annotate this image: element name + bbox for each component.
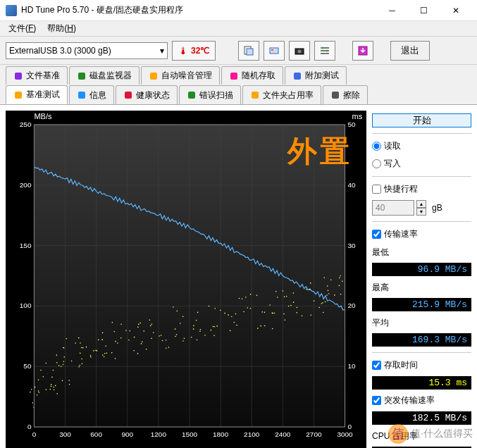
- watermark-text: 值·什么值得买: [411, 428, 473, 440]
- svg-point-196: [247, 307, 248, 309]
- tab-信息[interactable]: 信息: [69, 85, 114, 104]
- svg-point-68: [31, 389, 32, 390]
- tabs-row-1: 文件基准磁盘监视器自动噪音管理随机存取附加测试: [0, 65, 477, 85]
- svg-rect-17: [15, 92, 22, 99]
- svg-text:900: 900: [121, 430, 133, 438]
- svg-point-203: [256, 295, 258, 297]
- svg-point-81: [56, 393, 58, 394]
- menu-file[interactable]: 文件(F): [3, 21, 42, 36]
- tab-磁盘监视器[interactable]: 磁盘监视器: [69, 66, 140, 85]
- svg-point-115: [86, 347, 87, 348]
- svg-point-90: [54, 390, 55, 391]
- save-button[interactable]: [352, 41, 373, 61]
- tab-健康状态[interactable]: 健康状态: [116, 85, 178, 104]
- svg-point-170: [196, 320, 197, 321]
- svg-point-233: [326, 294, 328, 296]
- svg-point-241: [340, 275, 341, 277]
- svg-point-123: [98, 340, 99, 341]
- drive-selector[interactable]: ExternalUSB 3.0 (3000 gB) ▾: [6, 42, 168, 59]
- svg-text:1800: 1800: [213, 430, 229, 438]
- svg-point-165: [173, 306, 174, 308]
- svg-point-135: [129, 330, 130, 332]
- svg-point-114: [93, 350, 94, 351]
- svg-text:MB/s: MB/s: [34, 112, 52, 120]
- svg-point-113: [80, 342, 81, 344]
- tab-文件基准[interactable]: 文件基准: [6, 66, 68, 85]
- maximize-button[interactable]: ☐: [408, 0, 440, 21]
- copy-info-button[interactable]: [238, 41, 259, 61]
- svg-point-179: [214, 308, 216, 309]
- access-time-check[interactable]: 存取时间: [372, 359, 471, 372]
- svg-text:30: 30: [348, 242, 357, 249]
- tab-label: 文件夹占用率: [263, 89, 314, 101]
- tab-label: 文件基准: [26, 70, 60, 82]
- svg-point-164: [176, 311, 178, 312]
- svg-rect-13: [78, 73, 85, 80]
- svg-point-147: [142, 342, 143, 343]
- svg-point-191: [243, 311, 244, 313]
- svg-point-89: [46, 363, 47, 364]
- spin-up[interactable]: ▲: [416, 200, 426, 208]
- svg-point-70: [32, 402, 34, 404]
- short-stroke-check[interactable]: 快捷行程: [372, 182, 471, 196]
- svg-point-176: [214, 326, 216, 328]
- extra-icon: [292, 71, 302, 81]
- stroke-value[interactable]: 40: [372, 200, 414, 216]
- svg-point-88: [61, 366, 62, 367]
- svg-point-162: [176, 334, 178, 335]
- tab-擦除[interactable]: 擦除: [323, 85, 368, 104]
- svg-point-198: [245, 297, 247, 298]
- svg-point-118: [104, 356, 105, 358]
- tabs-row-2: 基准测试信息健康状态错误扫描文件夹占用率擦除: [0, 84, 477, 104]
- exit-button[interactable]: 退出: [390, 41, 430, 61]
- svg-point-166: [197, 312, 199, 313]
- svg-point-177: [204, 335, 206, 336]
- svg-point-139: [125, 330, 127, 331]
- tab-label: 健康状态: [136, 89, 170, 101]
- copy-screenshot-button[interactable]: [264, 41, 285, 61]
- read-radio[interactable]: 读取: [372, 139, 471, 153]
- write-radio[interactable]: 写入: [372, 157, 471, 170]
- tab-基准测试[interactable]: 基准测试: [6, 85, 68, 104]
- tab-自动噪音管理[interactable]: 自动噪音管理: [141, 66, 220, 85]
- transfer-rate-check[interactable]: 传输速率: [372, 228, 471, 241]
- options-button[interactable]: [314, 41, 335, 61]
- svg-point-149: [140, 323, 141, 324]
- svg-point-226: [318, 307, 320, 309]
- minimize-button[interactable]: ─: [376, 0, 408, 21]
- close-button[interactable]: ✕: [440, 0, 471, 21]
- tab-随机存取[interactable]: 随机存取: [221, 66, 283, 85]
- tab-文件夹占用率[interactable]: 文件夹占用率: [242, 85, 321, 104]
- svg-text:10: 10: [348, 362, 357, 370]
- chevron-down-icon: ▾: [160, 46, 164, 56]
- svg-rect-16: [294, 73, 301, 80]
- tab-附加测试[interactable]: 附加测试: [285, 66, 347, 85]
- burst-check[interactable]: 突发传输速率: [372, 394, 471, 407]
- svg-point-110: [90, 355, 92, 356]
- health-icon: [123, 90, 133, 100]
- svg-point-245: [339, 278, 340, 279]
- svg-text:40: 40: [348, 181, 357, 189]
- max-value: 215.9 MB/s: [372, 298, 471, 311]
- svg-point-228: [323, 312, 324, 313]
- svg-text:50: 50: [348, 120, 357, 128]
- spin-down[interactable]: ▼: [416, 208, 426, 216]
- svg-point-67: [38, 379, 39, 380]
- tab-label: 擦除: [343, 89, 360, 101]
- screenshot-button[interactable]: [289, 41, 310, 61]
- svg-point-163: [180, 323, 181, 324]
- svg-point-208: [277, 297, 278, 298]
- monitor-icon: [77, 71, 87, 81]
- svg-rect-2: [270, 48, 278, 54]
- menu-help[interactable]: 帮助(H): [42, 21, 82, 36]
- svg-point-158: [161, 335, 162, 336]
- svg-point-229: [310, 315, 311, 316]
- start-button[interactable]: 开始: [372, 113, 471, 127]
- content-area: 0501001502002500102030405003006009001200…: [0, 104, 477, 448]
- svg-point-104: [82, 347, 84, 349]
- tab-错误扫描[interactable]: 错误扫描: [179, 85, 241, 104]
- svg-point-183: [228, 314, 229, 316]
- svg-point-213: [285, 320, 286, 321]
- svg-point-157: [175, 336, 176, 337]
- svg-point-223: [297, 307, 298, 309]
